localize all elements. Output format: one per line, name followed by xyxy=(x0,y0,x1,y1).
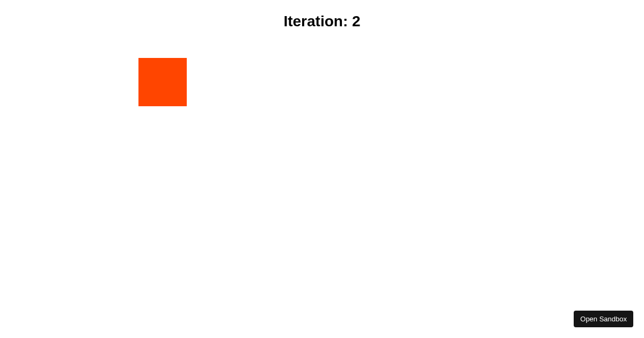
iteration-value: 2 xyxy=(352,13,361,30)
animated-box xyxy=(138,58,187,106)
iteration-heading: Iteration: 2 xyxy=(0,13,644,30)
open-sandbox-button[interactable]: Open Sandbox xyxy=(574,311,633,327)
iteration-prefix: Iteration: xyxy=(283,13,352,30)
